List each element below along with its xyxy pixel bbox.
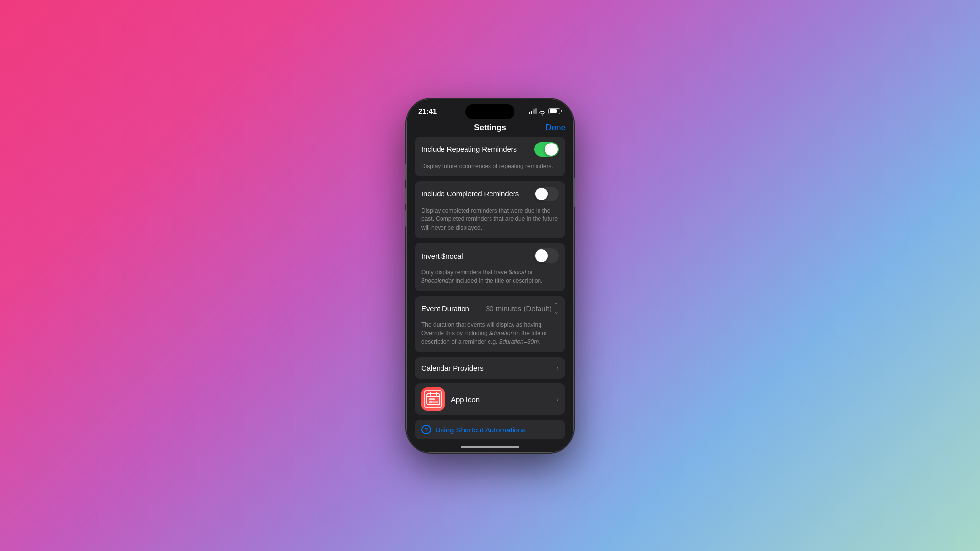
event-duration-value-group: 30 minutes (Default) ⌃⌄ xyxy=(486,302,559,315)
stepper-icon: ⌃⌄ xyxy=(554,302,559,315)
shortcut-link-label: Using Shortcut Automations xyxy=(435,426,526,434)
settings-content: Include Repeating Reminders Display futu… xyxy=(407,137,573,444)
chevron-right-icon: › xyxy=(556,364,559,372)
repeating-reminders-toggle[interactable] xyxy=(534,142,559,157)
invert-nocal-section: Invert $nocal Only display reminders tha… xyxy=(415,243,565,291)
dynamic-island xyxy=(466,104,514,119)
completed-reminders-row: Include Completed Reminders xyxy=(415,181,565,207)
phone-screen: 21:41 xyxy=(407,99,573,452)
calendar-providers-section: Calendar Providers › xyxy=(415,357,565,379)
app-icon-label: App Icon xyxy=(451,395,550,404)
svg-rect-5 xyxy=(432,398,435,400)
event-duration-example: $duration=30m xyxy=(499,338,539,345)
completed-reminders-toggle[interactable] xyxy=(534,187,559,201)
toggle-knob-2 xyxy=(535,188,548,200)
invert-nocal-row: Invert $nocal xyxy=(415,243,565,268)
signal-icon xyxy=(529,108,537,114)
app-icon-image xyxy=(421,387,445,411)
completed-reminders-description: Display completed reminders that were du… xyxy=(415,207,565,238)
battery-icon xyxy=(548,108,562,114)
app-icon-chevron: › xyxy=(556,395,559,403)
repeating-reminders-label: Include Repeating Reminders xyxy=(421,145,517,153)
shortcut-link-row[interactable]: ? Using Shortcut Automations xyxy=(415,420,565,439)
svg-rect-7 xyxy=(432,401,435,403)
event-duration-value: 30 minutes (Default) xyxy=(486,304,552,312)
repeating-reminders-row: Include Repeating Reminders xyxy=(415,137,565,162)
svg-rect-8 xyxy=(435,401,438,403)
wifi-icon xyxy=(539,109,546,114)
event-duration-desc-3: . xyxy=(539,338,540,345)
repeating-reminders-section: Include Repeating Reminders Display futu… xyxy=(415,137,565,176)
calendar-providers-row[interactable]: Calendar Providers › xyxy=(415,357,565,379)
status-icons xyxy=(529,108,562,114)
repeating-reminders-description: Display future occurrences of repeating … xyxy=(415,162,565,176)
toggle-knob-3 xyxy=(535,249,548,262)
invert-nocal-toggle[interactable] xyxy=(534,248,559,263)
home-indicator xyxy=(461,446,519,448)
invert-nocal-or: or xyxy=(526,269,533,276)
completed-reminders-section: Include Completed Reminders Display comp… xyxy=(415,181,565,238)
svg-rect-4 xyxy=(429,398,432,400)
svg-rect-6 xyxy=(429,401,432,403)
nav-bar: Settings Done xyxy=(407,121,573,137)
calendar-providers-label: Calendar Providers xyxy=(421,364,484,372)
toggle-knob xyxy=(545,143,558,156)
event-duration-term: $duration xyxy=(489,330,514,336)
event-duration-label: Event Duration xyxy=(421,304,469,312)
info-icon: ? xyxy=(421,425,431,434)
app-icon-row[interactable]: App Icon › xyxy=(415,383,565,415)
status-bar: 21:41 xyxy=(407,99,573,121)
invert-nocal-desc-1: Only display reminders that have xyxy=(421,269,509,276)
status-time: 21:41 xyxy=(418,107,437,115)
invert-nocal-description: Only display reminders that have $nocal … xyxy=(415,268,565,291)
invert-nocal-term2: $nocalendar xyxy=(421,277,454,284)
invert-nocal-desc-2: included in the title or description. xyxy=(454,277,542,284)
page-title: Settings xyxy=(474,123,506,133)
invert-nocal-label: Invert $nocal xyxy=(421,252,463,260)
phone-frame: 21:41 xyxy=(407,99,573,452)
event-duration-description: The duration that events will display as… xyxy=(415,321,565,352)
completed-reminders-label: Include Completed Reminders xyxy=(421,190,519,198)
event-duration-row[interactable]: Event Duration 30 minutes (Default) ⌃⌄ xyxy=(415,296,565,321)
invert-nocal-term1: $nocal xyxy=(509,269,526,276)
app-icon-section: App Icon › xyxy=(415,383,565,415)
event-duration-section: Event Duration 30 minutes (Default) ⌃⌄ T… xyxy=(415,296,565,352)
done-button[interactable]: Done xyxy=(545,123,565,133)
svg-rect-0 xyxy=(427,394,440,405)
